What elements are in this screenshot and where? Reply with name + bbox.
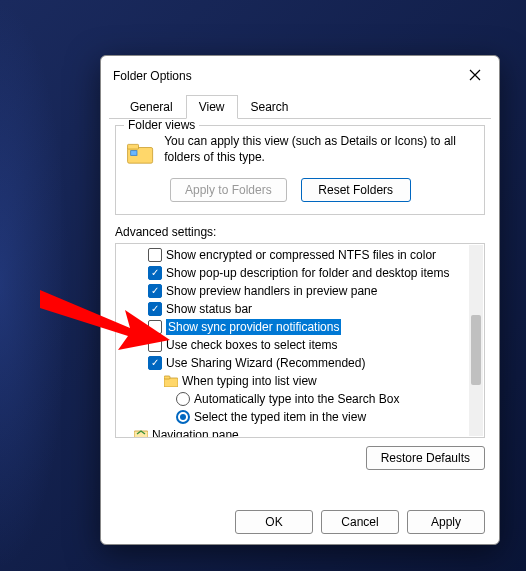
tree-row[interactable]: Use Sharing Wizard (Recommended): [116, 354, 484, 372]
tree-label: Show pop-up description for folder and d…: [166, 265, 450, 281]
tree-label: When typing into list view: [182, 373, 317, 389]
dialog-title: Folder Options: [113, 69, 192, 83]
checkbox[interactable]: [148, 338, 162, 352]
cancel-button[interactable]: Cancel: [321, 510, 399, 534]
checkbox[interactable]: [148, 248, 162, 262]
ok-button[interactable]: OK: [235, 510, 313, 534]
tree-label: Show encrypted or compressed NTFS files …: [166, 247, 436, 263]
tree-label: Select the typed item in the view: [194, 409, 366, 425]
tree-label: Automatically type into the Search Box: [194, 391, 399, 407]
folder-views-group: Folder views You can apply this view (su…: [115, 125, 485, 215]
folder-options-dialog: Folder Options General View Search Folde…: [100, 55, 500, 545]
tree-row[interactable]: Show status bar: [116, 300, 484, 318]
scrollbar[interactable]: [469, 245, 483, 436]
checkbox[interactable]: [148, 284, 162, 298]
tree-row[interactable]: Show pop-up description for folder and d…: [116, 264, 484, 282]
tree-row[interactable]: Show encrypted or compressed NTFS files …: [116, 246, 484, 264]
tab-content: Folder views You can apply this view (su…: [101, 119, 499, 500]
nav-icon: [134, 429, 148, 438]
svg-rect-5: [134, 431, 148, 438]
tree-row[interactable]: Use check boxes to select items: [116, 336, 484, 354]
tab-search[interactable]: Search: [238, 95, 302, 119]
restore-defaults-button[interactable]: Restore Defaults: [366, 446, 485, 470]
tree-row[interactable]: Show preview handlers in preview pane: [116, 282, 484, 300]
svg-rect-1: [128, 144, 139, 149]
titlebar: Folder Options: [101, 56, 499, 92]
svg-rect-2: [131, 151, 137, 156]
tabs: General View Search: [109, 94, 491, 119]
advanced-settings-tree[interactable]: Show encrypted or compressed NTFS files …: [115, 243, 485, 438]
tree-label: Use check boxes to select items: [166, 337, 337, 353]
tree-label: Show sync provider notifications: [166, 319, 341, 335]
svg-rect-4: [164, 376, 170, 379]
folder-views-legend: Folder views: [124, 119, 199, 132]
reset-folders-button[interactable]: Reset Folders: [301, 178, 411, 202]
tree-row[interactable]: Navigation pane: [116, 426, 484, 438]
checkbox[interactable]: [148, 266, 162, 280]
tree-row[interactable]: When typing into list view: [116, 372, 484, 390]
apply-to-folders-button: Apply to Folders: [170, 178, 287, 202]
radio[interactable]: [176, 392, 190, 406]
radio[interactable]: [176, 410, 190, 424]
tree-label: Show preview handlers in preview pane: [166, 283, 377, 299]
checkbox[interactable]: [148, 356, 162, 370]
scrollbar-thumb[interactable]: [471, 315, 481, 385]
checkbox[interactable]: [148, 302, 162, 316]
tab-general[interactable]: General: [117, 95, 186, 119]
tree-row[interactable]: Automatically type into the Search Box: [116, 390, 484, 408]
folder-icon: [126, 138, 154, 168]
tree-row[interactable]: Select the typed item in the view: [116, 408, 484, 426]
apply-button[interactable]: Apply: [407, 510, 485, 534]
close-icon: [469, 69, 481, 81]
tab-view[interactable]: View: [186, 95, 238, 119]
advanced-settings-label: Advanced settings:: [115, 225, 485, 239]
tree-label: Show status bar: [166, 301, 252, 317]
tree-label: Navigation pane: [152, 427, 239, 438]
checkbox[interactable]: [148, 320, 162, 334]
tree-label: Use Sharing Wizard (Recommended): [166, 355, 365, 371]
folder-icon: [164, 375, 178, 387]
close-button[interactable]: [461, 64, 489, 88]
folder-views-desc: You can apply this view (such as Details…: [164, 134, 474, 165]
tree-row[interactable]: Show sync provider notifications: [116, 318, 484, 336]
dialog-footer: OK Cancel Apply: [101, 500, 499, 544]
